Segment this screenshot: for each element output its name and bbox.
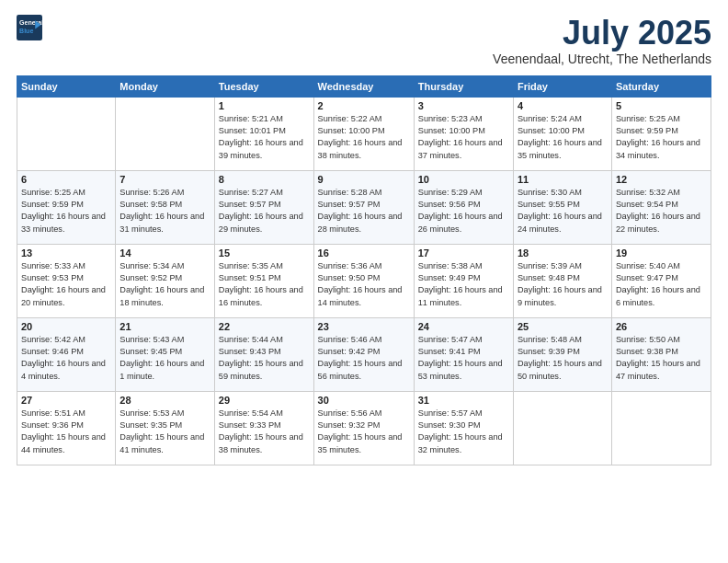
day-detail: Sunrise: 5:47 AM Sunset: 9:41 PM Dayligh… [418,334,509,383]
day-detail: Sunrise: 5:51 AM Sunset: 9:36 PM Dayligh… [21,408,111,456]
location-subtitle: Veenendaal, Utrecht, The Netherlands [493,52,711,66]
col-friday: Friday [513,75,611,97]
day-cell: 31Sunrise: 5:57 AM Sunset: 9:30 PM Dayli… [414,391,513,465]
day-number: 31 [418,395,509,406]
col-tuesday: Tuesday [214,75,313,97]
day-detail: Sunrise: 5:24 AM Sunset: 10:00 PM Daylig… [518,113,608,162]
day-detail: Sunrise: 5:36 AM Sunset: 9:50 PM Dayligh… [318,260,410,309]
day-number: 6 [21,174,111,185]
day-detail: Sunrise: 5:25 AM Sunset: 9:59 PM Dayligh… [616,113,707,162]
day-detail: Sunrise: 5:33 AM Sunset: 9:53 PM Dayligh… [21,260,111,309]
month-year-title: July 2025 [493,15,711,52]
day-cell: 28Sunrise: 5:53 AM Sunset: 9:35 PM Dayli… [116,391,215,465]
day-cell: 1Sunrise: 5:21 AM Sunset: 10:01 PM Dayli… [214,97,313,170]
week-row-2: 6Sunrise: 5:25 AM Sunset: 9:59 PM Daylig… [17,170,711,244]
day-detail: Sunrise: 5:22 AM Sunset: 10:00 PM Daylig… [318,113,410,162]
day-number: 24 [418,321,509,332]
day-cell: 8Sunrise: 5:27 AM Sunset: 9:57 PM Daylig… [214,170,313,244]
calendar-table: Sunday Monday Tuesday Wednesday Thursday… [17,75,711,465]
day-number: 27 [21,395,111,406]
day-number: 30 [318,395,410,406]
day-cell: 9Sunrise: 5:28 AM Sunset: 9:57 PM Daylig… [313,170,414,244]
day-detail: Sunrise: 5:57 AM Sunset: 9:30 PM Dayligh… [418,408,509,456]
day-detail: Sunrise: 5:53 AM Sunset: 9:35 PM Dayligh… [119,408,210,456]
day-cell: 3Sunrise: 5:23 AM Sunset: 10:00 PM Dayli… [414,97,513,170]
logo-icon: General Blue [17,15,42,40]
col-wednesday: Wednesday [313,75,414,97]
day-detail: Sunrise: 5:56 AM Sunset: 9:32 PM Dayligh… [318,408,410,456]
day-detail: Sunrise: 5:21 AM Sunset: 10:01 PM Daylig… [219,113,310,162]
day-number: 10 [418,174,509,185]
day-cell: 17Sunrise: 5:38 AM Sunset: 9:49 PM Dayli… [414,244,513,317]
day-number: 11 [518,174,608,185]
day-cell: 20Sunrise: 5:42 AM Sunset: 9:46 PM Dayli… [17,317,116,391]
day-detail: Sunrise: 5:40 AM Sunset: 9:47 PM Dayligh… [616,260,707,309]
day-cell: 10Sunrise: 5:29 AM Sunset: 9:56 PM Dayli… [414,170,513,244]
day-detail: Sunrise: 5:32 AM Sunset: 9:54 PM Dayligh… [616,187,707,236]
day-detail: Sunrise: 5:35 AM Sunset: 9:51 PM Dayligh… [219,260,310,309]
week-row-1: 1Sunrise: 5:21 AM Sunset: 10:01 PM Dayli… [17,97,711,170]
page: General Blue July 2025 Veenendaal, Utrec… [0,0,728,563]
day-cell [116,97,215,170]
col-monday: Monday [116,75,215,97]
col-sunday: Sunday [17,75,116,97]
day-cell: 26Sunrise: 5:50 AM Sunset: 9:38 PM Dayli… [611,317,711,391]
day-cell: 11Sunrise: 5:30 AM Sunset: 9:55 PM Dayli… [513,170,611,244]
day-cell: 25Sunrise: 5:48 AM Sunset: 9:39 PM Dayli… [513,317,611,391]
day-cell: 18Sunrise: 5:39 AM Sunset: 9:48 PM Dayli… [513,244,611,317]
day-cell: 30Sunrise: 5:56 AM Sunset: 9:32 PM Dayli… [313,391,414,465]
day-cell [513,391,611,465]
day-number: 12 [616,174,707,185]
day-cell: 2Sunrise: 5:22 AM Sunset: 10:00 PM Dayli… [313,97,414,170]
day-detail: Sunrise: 5:30 AM Sunset: 9:55 PM Dayligh… [518,187,608,236]
day-number: 16 [318,247,410,259]
day-detail: Sunrise: 5:38 AM Sunset: 9:49 PM Dayligh… [418,260,509,309]
day-detail: Sunrise: 5:23 AM Sunset: 10:00 PM Daylig… [418,113,509,162]
day-detail: Sunrise: 5:25 AM Sunset: 9:59 PM Dayligh… [21,187,111,236]
week-row-3: 13Sunrise: 5:33 AM Sunset: 9:53 PM Dayli… [17,244,711,317]
day-detail: Sunrise: 5:39 AM Sunset: 9:48 PM Dayligh… [518,260,608,309]
week-row-4: 20Sunrise: 5:42 AM Sunset: 9:46 PM Dayli… [17,317,711,391]
day-cell: 14Sunrise: 5:34 AM Sunset: 9:52 PM Dayli… [116,244,215,317]
day-number: 13 [21,247,111,259]
day-number: 8 [219,174,310,185]
day-number: 18 [518,247,608,259]
day-cell: 21Sunrise: 5:43 AM Sunset: 9:45 PM Dayli… [116,317,215,391]
day-cell: 24Sunrise: 5:47 AM Sunset: 9:41 PM Dayli… [414,317,513,391]
header: General Blue July 2025 Veenendaal, Utrec… [17,15,711,66]
day-number: 23 [318,321,410,332]
day-cell: 27Sunrise: 5:51 AM Sunset: 9:36 PM Dayli… [17,391,116,465]
week-row-5: 27Sunrise: 5:51 AM Sunset: 9:36 PM Dayli… [17,391,711,465]
day-number: 9 [318,174,410,185]
day-number: 19 [616,247,707,259]
day-cell: 12Sunrise: 5:32 AM Sunset: 9:54 PM Dayli… [611,170,711,244]
day-number: 20 [21,321,111,332]
day-cell: 29Sunrise: 5:54 AM Sunset: 9:33 PM Dayli… [214,391,313,465]
day-number: 17 [418,247,509,259]
col-saturday: Saturday [611,75,711,97]
day-number: 25 [518,321,608,332]
day-number: 3 [418,100,509,111]
day-detail: Sunrise: 5:29 AM Sunset: 9:56 PM Dayligh… [418,187,509,236]
day-cell: 16Sunrise: 5:36 AM Sunset: 9:50 PM Dayli… [313,244,414,317]
day-cell: 7Sunrise: 5:26 AM Sunset: 9:58 PM Daylig… [116,170,215,244]
day-cell: 15Sunrise: 5:35 AM Sunset: 9:51 PM Dayli… [214,244,313,317]
day-cell: 5Sunrise: 5:25 AM Sunset: 9:59 PM Daylig… [611,97,711,170]
day-detail: Sunrise: 5:43 AM Sunset: 9:45 PM Dayligh… [119,334,210,383]
day-number: 7 [119,174,210,185]
col-thursday: Thursday [414,75,513,97]
day-cell: 23Sunrise: 5:46 AM Sunset: 9:42 PM Dayli… [313,317,414,391]
logo: General Blue [17,15,42,40]
day-detail: Sunrise: 5:27 AM Sunset: 9:57 PM Dayligh… [219,187,310,236]
day-number: 26 [616,321,707,332]
day-number: 29 [219,395,310,406]
day-cell: 6Sunrise: 5:25 AM Sunset: 9:59 PM Daylig… [17,170,116,244]
day-cell: 19Sunrise: 5:40 AM Sunset: 9:47 PM Dayli… [611,244,711,317]
day-detail: Sunrise: 5:28 AM Sunset: 9:57 PM Dayligh… [318,187,410,236]
day-number: 4 [518,100,608,111]
day-detail: Sunrise: 5:54 AM Sunset: 9:33 PM Dayligh… [219,408,310,456]
day-detail: Sunrise: 5:26 AM Sunset: 9:58 PM Dayligh… [119,187,210,236]
day-number: 15 [219,247,310,259]
title-block: July 2025 Veenendaal, Utrecht, The Nethe… [493,15,711,66]
day-detail: Sunrise: 5:46 AM Sunset: 9:42 PM Dayligh… [318,334,410,383]
